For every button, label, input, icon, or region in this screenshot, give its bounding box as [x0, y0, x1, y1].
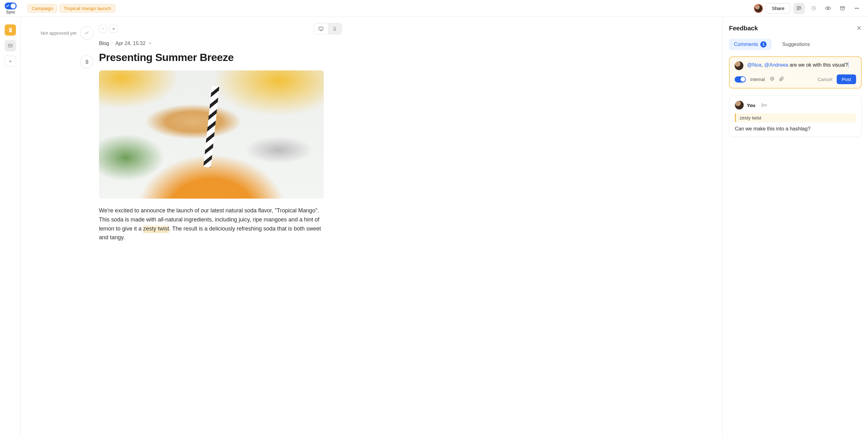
svg-rect-2	[840, 7, 844, 7]
panel-title: Feedback	[729, 25, 758, 32]
svg-rect-9	[86, 62, 87, 63]
tab-suggestions[interactable]: Suggestions	[777, 39, 815, 50]
post-paragraph[interactable]: We're excited to announce the launch of …	[99, 206, 324, 242]
svg-rect-8	[86, 62, 88, 62]
svg-point-12	[335, 30, 335, 30]
nav-down-button[interactable]	[110, 25, 118, 33]
top-header: Sync Campaign Tropical mango launch Shar…	[0, 0, 868, 17]
svg-point-3	[855, 8, 856, 8]
mention-icon[interactable]	[769, 76, 775, 82]
internal-label: Internal	[750, 77, 765, 82]
mention-noa[interactable]: @Noa	[747, 62, 762, 68]
hero-image[interactable]	[99, 70, 324, 199]
sync-toggle[interactable]	[5, 2, 17, 9]
chevron-down-icon	[148, 41, 152, 46]
approval-status: Not approved yet	[41, 30, 76, 36]
check-icon	[6, 4, 9, 7]
highlighted-text[interactable]: zesty twist	[143, 226, 169, 232]
mention-andreea[interactable]: @Andreea	[764, 62, 788, 68]
svg-point-5	[858, 8, 859, 8]
internal-toggle[interactable]	[735, 76, 746, 82]
sync-area: Sync	[3, 2, 18, 14]
comment-time: · 3m	[758, 103, 767, 108]
rail-add-button[interactable]	[5, 56, 16, 67]
attach-icon[interactable]	[779, 76, 784, 82]
history-icon[interactable]	[808, 3, 819, 14]
rail-mail-button[interactable]	[5, 40, 16, 51]
cancel-button[interactable]: Cancel	[817, 77, 832, 82]
nav-up-button[interactable]	[99, 25, 107, 33]
main-content: Blog · Apr 24, 15:32 Presenting Summer B…	[99, 17, 349, 436]
header-tags: Campaign Tropical mango launch	[28, 4, 115, 12]
comment-body: Can we make this into a hashtag?	[735, 126, 856, 132]
comment-quote: zesty twist	[735, 113, 856, 122]
comment-card[interactable]: You · 3m zesty twist Can we make this in…	[729, 95, 862, 137]
feedback-panel: Feedback ✕ Comments 1 Suggestions @Noa, …	[722, 17, 868, 436]
tag-topic[interactable]: Tropical mango launch	[60, 4, 115, 12]
comment-composer: @Noa, @Andreea are we ok with this visua…	[729, 56, 862, 89]
mobile-view-button[interactable]	[328, 24, 342, 34]
svg-point-1	[827, 8, 829, 9]
composer-avatar	[735, 61, 743, 70]
svg-point-13	[771, 78, 773, 79]
post-meta[interactable]: Blog · Apr 24, 15:32	[99, 41, 342, 46]
rail-document-button[interactable]	[5, 24, 16, 36]
device-toggle	[314, 23, 342, 34]
post-title[interactable]: Presenting Summer Breeze	[99, 51, 342, 64]
comment-author: You	[747, 103, 755, 108]
comments-icon[interactable]	[794, 3, 805, 14]
composer-input[interactable]: @Noa, @Andreea are we ok with this visua…	[747, 61, 856, 69]
desktop-view-button[interactable]	[314, 24, 328, 34]
close-icon[interactable]: ✕	[857, 24, 862, 32]
svg-rect-7	[86, 61, 88, 61]
left-gutter: Not approved yet	[21, 17, 99, 436]
svg-point-4	[857, 8, 857, 8]
post-button[interactable]: Post	[837, 74, 856, 84]
comments-count-badge: 1	[760, 41, 767, 47]
tag-campaign[interactable]: Campaign	[28, 4, 57, 12]
left-rail	[0, 17, 21, 436]
attachment-button[interactable]	[80, 55, 93, 68]
comment-avatar	[735, 101, 744, 109]
share-button[interactable]: Share	[766, 3, 790, 13]
more-icon[interactable]	[851, 3, 862, 14]
feedback-tabs: Comments 1 Suggestions	[729, 39, 862, 50]
approve-button[interactable]	[80, 26, 93, 39]
post-date: Apr 24, 15:32	[115, 41, 145, 46]
post-channel: Blog	[99, 41, 109, 46]
sync-label: Sync	[6, 10, 16, 14]
preview-icon[interactable]	[822, 3, 834, 14]
tab-comments[interactable]: Comments 1	[729, 39, 772, 50]
user-avatar[interactable]	[754, 4, 763, 13]
svg-rect-10	[319, 27, 323, 30]
archive-icon[interactable]	[837, 3, 848, 14]
